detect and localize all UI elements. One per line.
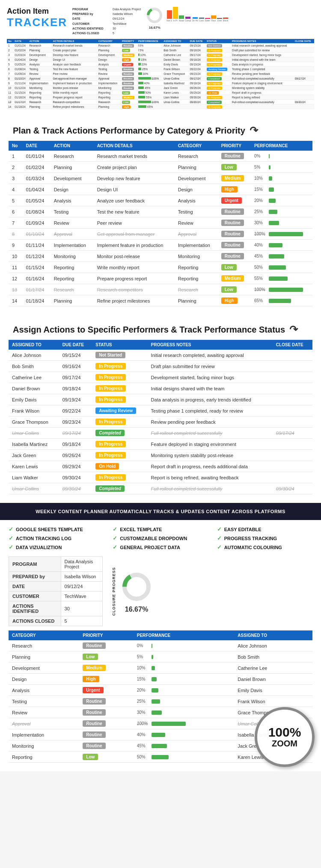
assigned-to: Umar Collins [9, 483, 59, 494]
close-date [273, 472, 312, 483]
row-category: Testing [175, 206, 218, 217]
assigned-to: Emily Davis [9, 394, 59, 405]
row-no: 2 [9, 162, 22, 173]
customer-label: CUSTOMER [9, 592, 61, 601]
row-details: Write monthly report [94, 262, 175, 273]
row-details: Research market trends [94, 151, 175, 162]
feature-label: GOOGLE SHEETS TEMPLATE [16, 527, 83, 532]
meta-actions-id-label: ACTIONS IDENTIFIED [72, 26, 111, 31]
mini-action-table: NoDATEACTIONACTION DETAILSCATEGORYPRIORI… [7, 39, 314, 109]
mini-donut-chart [146, 7, 163, 24]
meta-prepared-label: PREPARED by [72, 12, 111, 16]
status: In Progress [92, 416, 147, 428]
cat-assigned: Catherine Lee [234, 663, 312, 674]
row-performance: 55% [251, 273, 312, 284]
table-row: Testing Routine 25% Frank Wilson [9, 696, 312, 707]
close-date [273, 361, 312, 372]
check-icon: ✓ [9, 535, 13, 541]
row-details: Monitor post-release [94, 251, 175, 262]
due-date: 09/23/24 [59, 416, 92, 428]
row-no: 13 [9, 284, 22, 295]
due-date: 09/17/24 [59, 428, 92, 439]
assigned-to: Jack Green [9, 450, 59, 461]
promo-feature-item: ✓CUSTOMIZABLE DROPDOWN [113, 535, 208, 541]
cat-col-header: ASSIGNED TO [234, 630, 312, 640]
table-row: Emily Davis 09/19/24 In Progress Data an… [9, 394, 312, 405]
cat-priority: Low [79, 651, 133, 663]
cat-priority: Routine [79, 696, 133, 707]
meta-program-value: Data Analysis Project [113, 7, 141, 12]
customer-value: TechWave [61, 592, 102, 601]
due-date: 09/16/24 [59, 361, 92, 372]
cat-col-header: CATEGORY [9, 630, 79, 640]
row-performance: 30% [251, 217, 312, 229]
progress-notes: Testing phase 1 completed, ready for rev… [148, 405, 273, 416]
prepared-value: Isabella Wilson [61, 572, 102, 582]
feature-label: ACTION TRACKING LOG [16, 536, 71, 541]
cat-priority: Routine [79, 707, 133, 718]
due-date: 09/18/24 [59, 439, 92, 450]
table-row: 2 01/02/24 Planning Create project plan … [9, 162, 312, 173]
closure-label: CLOSURE PROGRESS [112, 567, 116, 616]
row-details: Peer review [94, 217, 175, 229]
date-value: 09/12/24 [61, 582, 102, 592]
row-performance: 20% [251, 195, 312, 206]
arrow-curve-icon: ↷ [250, 125, 258, 137]
perf-col-header: DUE DATE [59, 340, 92, 350]
table-row: Umar Collins 09/30/24 Completed Full rol… [9, 483, 312, 494]
status: In Progress [92, 394, 147, 405]
cat-category: Reporting [9, 752, 79, 763]
cat-assigned: Alice Johnson [234, 640, 312, 651]
row-category: Development [175, 173, 218, 184]
cat-performance: 50% [134, 752, 235, 763]
tracker-title: Action Item TRACKER [7, 7, 67, 29]
row-category: Reporting [175, 262, 218, 273]
row-details: Prepare progress report [94, 273, 175, 284]
row-date: 01/03/24 [22, 173, 50, 184]
cat-performance: 20% [134, 685, 235, 696]
table-row: 9 01/11/24 Implementation Implement feat… [9, 240, 312, 251]
status: Not Started [92, 350, 147, 361]
perf-col-header: STATUS [92, 340, 147, 350]
promo-feature-item: ✓AUTOMATIC COLOURING [217, 544, 312, 550]
row-date: 01/18/24 [22, 295, 50, 306]
row-performance: 50% [251, 262, 312, 273]
perf-col-header: PROGRESS NOTES [148, 340, 273, 350]
table-row: Isabella Martinez 09/18/24 In Progress F… [9, 439, 312, 450]
row-details: Design UI [94, 184, 175, 195]
actions-closed-label: ACTIONS CLOSED [9, 616, 61, 626]
row-action: Reporting [51, 262, 94, 273]
row-date: 01/17/24 [22, 284, 50, 295]
status: Completed [92, 428, 147, 439]
row-action: Testing [51, 206, 94, 217]
row-date: 01/08/24 [22, 206, 50, 217]
row-no: 5 [9, 195, 22, 206]
row-no: 6 [9, 206, 22, 217]
due-date: 09/19/24 [59, 394, 92, 405]
cat-performance: 10% [134, 663, 235, 674]
row-priority: Medium [218, 173, 251, 184]
action-col-header: DATE [22, 141, 50, 151]
row-details: Analyze user feedback [94, 195, 175, 206]
category-section: CATEGORYPRIORITYPERFORMANCEASSIGNED TO R… [0, 630, 321, 771]
cat-assigned: Bob Smith [234, 651, 312, 663]
check-icon: ✓ [217, 535, 222, 541]
row-category: Design [175, 184, 218, 195]
cat-performance: 100% [134, 718, 235, 729]
row-no: 8 [9, 229, 22, 240]
section2-heading-text: Plan & Track Actions Performance by Cate… [13, 126, 245, 136]
row-no: 10 [9, 251, 22, 262]
cat-assigned: Frank Wilson [234, 696, 312, 707]
mini-bar-chart: Not S In Pr Await Compl On Ho Canc Defer… [166, 7, 228, 22]
action-table: NoDATEACTIONACTION DETAILSCATEGORYPRIORI… [9, 141, 312, 306]
row-performance: 45% [251, 251, 312, 262]
row-category: Approval [175, 229, 218, 240]
row-date: 01/16/24 [22, 273, 50, 284]
promo-feature-item: ✓GENERAL PROJECT DATA [113, 544, 208, 550]
mini-chart-area: 16.67% Not S In Pr Await Compl On Ho Can… [146, 7, 228, 30]
due-date: 09/29/24 [59, 461, 92, 472]
progress-notes: Full rollout completed successfully [148, 428, 273, 439]
row-action: Research [51, 151, 94, 162]
title-line1: Action Item [7, 7, 67, 16]
status: Completed [92, 483, 147, 494]
